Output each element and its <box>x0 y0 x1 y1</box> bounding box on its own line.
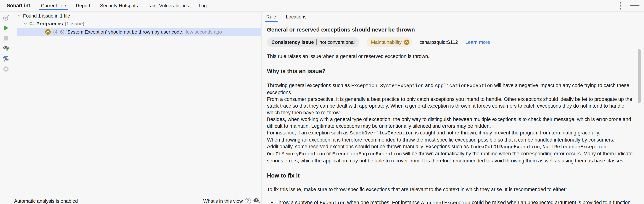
active-tab-underline <box>265 21 278 22</box>
left-panel-footer: Automatic analysis is enabled What's in … <box>0 197 262 204</box>
run-analysis-icon[interactable] <box>2 24 10 32</box>
issue-tree: Found 1 issue in 1 file C# Program.cs (1… <box>12 12 262 204</box>
stop-icon[interactable] <box>2 35 10 42</box>
file-name: Program.cs <box>36 21 63 27</box>
attribute-badge-detail: not conventional <box>320 39 354 45</box>
rule-badges: Consistency issue not conventional Maint… <box>267 37 635 47</box>
tab-security-hotspots[interactable]: Security Hotspots <box>100 0 138 11</box>
tab-locations[interactable]: Locations <box>286 12 306 22</box>
tab-label: Report <box>76 3 90 9</box>
tool-window-header: SonarLint Current File Report Security H… <box>0 0 644 12</box>
minimize-icon[interactable] <box>630 6 640 6</box>
include-resolved-eye-icon[interactable] <box>2 45 10 52</box>
tree-row-summary[interactable]: Found 1 issue in 1 file <box>12 12 262 20</box>
tab-label: Log <box>199 3 207 9</box>
tab-taint-vulnerabilities[interactable]: Taint Vulnerabilities <box>148 0 189 11</box>
analyze-target-icon[interactable] <box>2 14 10 21</box>
rule-title: General or reserved exceptions should ne… <box>267 27 635 33</box>
tab-label: Security Hotspots <box>100 3 138 9</box>
tab-log[interactable]: Log <box>199 0 207 11</box>
severity-medium-icon <box>404 39 410 45</box>
issue-location: (4, 6) <box>53 29 64 35</box>
configure-tools-icon[interactable] <box>2 55 10 62</box>
clear-icon[interactable] <box>2 65 10 72</box>
rule-panel-tabs: Rule Locations <box>262 12 644 22</box>
svg-text:⚙: ⚙ <box>258 201 260 204</box>
fix-intro: To fix this issue, make sure to throw sp… <box>267 186 635 193</box>
quality-label: Maintainability <box>371 39 402 45</box>
attribute-badge: Consistency issue not conventional <box>267 37 359 47</box>
issue-message: 'System.Exception' should not be thrown … <box>66 29 184 35</box>
tab-label: Locations <box>286 14 306 20</box>
software-quality-badge: Maintainability <box>366 37 412 47</box>
left-toolbar <box>0 12 12 204</box>
learn-more-link[interactable]: Learn more <box>465 39 490 45</box>
csharp-file-icon: C# <box>29 21 34 26</box>
badge-separator <box>316 39 317 45</box>
summary-label: Found 1 issue in 1 file <box>23 13 70 19</box>
attribute-badge-category: Consistency issue <box>272 39 314 45</box>
issue-age: few seconds ago <box>186 29 222 35</box>
tab-label: Rule <box>266 14 276 20</box>
help-icon[interactable]: ? <box>245 198 251 204</box>
why-heading: Why is this an issue? <box>267 68 635 75</box>
rule-intro: This rule raises an issue when a general… <box>267 53 635 60</box>
tree-row-file[interactable]: C# Program.cs (1 issue) <box>12 20 262 28</box>
issue-count: (1 issue) <box>65 21 84 27</box>
tab-current-file[interactable]: Current File <box>41 0 66 11</box>
app-title: SonarLint <box>7 3 30 9</box>
rule-description: General or reserved exceptions should ne… <box>262 27 644 204</box>
issues-panel: Found 1 issue in 1 file C# Program.cs (1… <box>0 12 262 204</box>
chevron-down-icon[interactable] <box>17 14 21 18</box>
fix-heading: How to fix it <box>267 172 635 179</box>
severity-medium-icon <box>45 29 51 35</box>
fix-list-item: Throw a subtype of Exception when one ma… <box>276 199 635 204</box>
why-body: Throwing general exceptions such as Exce… <box>267 82 635 164</box>
window-controls <box>618 0 640 12</box>
fix-list: Throw a subtype of Exception when one ma… <box>267 199 635 204</box>
whats-in-view-label: What's in this view <box>203 198 243 204</box>
svg-text:?: ? <box>256 199 258 202</box>
tab-rule[interactable]: Rule <box>266 12 276 22</box>
tab-report[interactable]: Report <box>76 0 90 11</box>
rule-key: csharpsquid:S112 <box>420 39 458 45</box>
active-tab-underline <box>39 9 68 10</box>
analysis-status-label: Automatic analysis is enabled <box>14 198 78 204</box>
tab-label: Taint Vulnerabilities <box>148 3 189 9</box>
tree-row-issue-selected[interactable]: (4, 6) 'System.Exception' should not be … <box>17 28 261 36</box>
tab-label: Current File <box>41 3 66 9</box>
kebab-menu-icon[interactable] <box>618 1 622 11</box>
scrollbar-thumb[interactable] <box>638 49 641 103</box>
connected-mode-cloud-icon[interactable]: ? ⚙ <box>253 197 260 204</box>
rule-panel: Rule Locations General or reserved excep… <box>262 12 644 204</box>
chevron-down-icon[interactable] <box>24 22 28 26</box>
